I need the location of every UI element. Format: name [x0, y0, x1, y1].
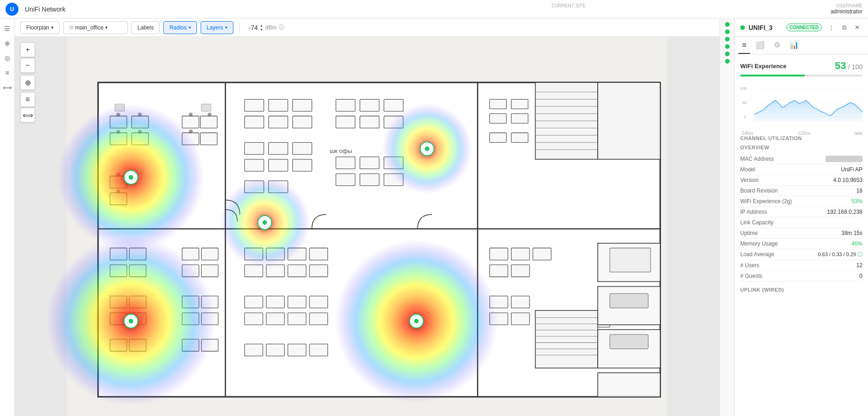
- svg-point-103: [116, 130, 120, 134]
- nav-icon-menu[interactable]: ☰: [1, 22, 14, 35]
- svg-rect-22: [293, 116, 312, 128]
- list-button[interactable]: ≡: [20, 92, 35, 107]
- main-layout: ☰ ⊕ ◎ ≡ ⟺ Floorplan ▾ ⊙ main_office ▾ La…: [0, 18, 868, 416]
- layers-button[interactable]: Layers ▾: [201, 21, 233, 34]
- svg-rect-96: [490, 313, 508, 325]
- svg-rect-25: [293, 142, 312, 154]
- close-button[interactable]: ✕: [851, 22, 862, 33]
- chart-label-12h: -12hrs: [797, 131, 810, 136]
- svg-rect-17: [244, 99, 264, 111]
- nav-icon-list[interactable]: ≡: [1, 66, 14, 79]
- rp-tabs: ≡ ⬜ ⚙ 📊: [735, 37, 868, 54]
- svg-rect-68: [202, 339, 218, 351]
- svg-rect-18: [268, 99, 288, 111]
- svg-text:шк офы: шк офы: [330, 147, 352, 154]
- ap-list-dot-1[interactable]: [725, 22, 730, 27]
- overview-label-ip: IP Address: [740, 209, 767, 215]
- svg-rect-83: [288, 313, 306, 325]
- ap-list-dot-4[interactable]: [725, 44, 730, 49]
- svg-rect-77: [244, 296, 263, 308]
- floorplan-dropdown[interactable]: Floorplan ▾: [20, 21, 59, 34]
- svg-rect-75: [288, 265, 306, 277]
- labels-button[interactable]: Labels: [131, 21, 160, 34]
- tab-signal[interactable]: ⬜: [752, 37, 768, 54]
- svg-rect-61: [182, 296, 199, 308]
- svg-rect-29: [244, 181, 264, 193]
- more-options-button[interactable]: ⋮: [826, 22, 837, 33]
- overview-row-board: Board Revision 18: [740, 186, 862, 196]
- rp-action-buttons: ⋮ ⧉ ✕: [826, 22, 862, 33]
- radios-button[interactable]: Radios ▾: [163, 21, 196, 34]
- overview-label-link: Link Capacity: [740, 219, 773, 226]
- overview-table: MAC Address Model UniFi AP Version 4.0.1…: [740, 154, 862, 281]
- copy-button[interactable]: ⧉: [838, 22, 850, 33]
- svg-rect-7: [110, 116, 127, 128]
- wifi-experience-max: / 100: [848, 63, 862, 70]
- svg-rect-72: [309, 248, 328, 260]
- ap-list-dot-3[interactable]: [725, 37, 730, 41]
- chevron-down-icon-3: ▾: [189, 25, 191, 30]
- svg-rect-62: [182, 313, 199, 325]
- overview-row-wifi-exp: WiFi Experience (2g) 53%: [740, 196, 862, 207]
- ap-list-dot-2[interactable]: [725, 29, 730, 34]
- ap-list-dot-6[interactable]: [725, 59, 730, 64]
- nav-icon-circle[interactable]: ◎: [1, 52, 14, 64]
- signal-stepper[interactable]: ▲ ▼: [260, 23, 263, 32]
- overview-row-model: Model UniFi AP: [740, 164, 862, 175]
- svg-rect-74: [266, 265, 285, 277]
- svg-rect-92: [490, 265, 508, 277]
- svg-rect-55: [129, 296, 146, 308]
- zoom-out-button[interactable]: −: [20, 58, 35, 73]
- chart-container: 100 50 0 -24hrs -12hrs new: [740, 82, 862, 128]
- ap-icon-1[interactable]: [124, 170, 138, 185]
- svg-rect-90: [511, 248, 530, 260]
- overview-row-users: # Users 12: [740, 260, 862, 271]
- chart-x-labels: -24hrs -12hrs new: [740, 131, 862, 136]
- overview-label-uptime: Uptime: [740, 230, 758, 236]
- svg-rect-34: [336, 116, 355, 128]
- svg-rect-53: [110, 296, 127, 308]
- svg-rect-64: [202, 313, 218, 325]
- svg-rect-139: [202, 104, 211, 111]
- toolbar-separator: [239, 23, 239, 32]
- svg-point-107: [208, 113, 211, 117]
- left-sidebar: ☰ ⊕ ◎ ≡ ⟺: [0, 18, 15, 416]
- overview-row-guests: # Guests 0: [740, 271, 862, 281]
- svg-rect-135: [610, 248, 651, 272]
- tab-list[interactable]: ≡: [738, 37, 750, 54]
- tab-settings[interactable]: ⚙: [770, 37, 784, 54]
- svg-rect-51: [129, 248, 146, 260]
- svg-rect-52: [129, 265, 146, 277]
- crosshair-button[interactable]: ⊕: [20, 75, 35, 90]
- svg-text:50: 50: [743, 101, 747, 105]
- ap-icon-5[interactable]: [420, 141, 434, 156]
- username-info: USERNAME administrator: [831, 3, 862, 15]
- svg-rect-43: [490, 99, 506, 109]
- svg-rect-84: [309, 313, 328, 325]
- overview-label-users: # Users: [740, 262, 759, 269]
- ap-list-dot-5[interactable]: [725, 52, 730, 56]
- svg-rect-57: [182, 248, 199, 260]
- svg-rect-66: [129, 339, 146, 351]
- svg-rect-136: [610, 293, 648, 308]
- ruler-button[interactable]: ⟺: [20, 108, 35, 123]
- info-icon[interactable]: ⓘ: [279, 23, 284, 31]
- map-area[interactable]: шк офы: [15, 37, 719, 416]
- overview-label-wifi-exp: WiFi Experience (2g): [740, 198, 792, 205]
- svg-point-110: [116, 189, 120, 193]
- location-dropdown[interactable]: ⊙ main_office ▾: [63, 21, 128, 34]
- zoom-in-button[interactable]: +: [20, 42, 35, 57]
- svg-rect-58: [182, 265, 199, 277]
- svg-point-104: [138, 113, 142, 117]
- overview-label-mac: MAC Address: [740, 156, 774, 162]
- ap-icon-4[interactable]: [257, 215, 272, 230]
- svg-rect-67: [182, 339, 199, 351]
- svg-rect-19: [293, 99, 312, 111]
- ap-icon-2[interactable]: [124, 314, 138, 328]
- nav-icon-ruler[interactable]: ⟺: [1, 81, 14, 94]
- wifi-experience-header: WiFi Experience 53 / 100: [740, 60, 862, 72]
- ap-icon-3[interactable]: [409, 314, 424, 328]
- svg-rect-123: [535, 311, 598, 368]
- nav-icon-plus[interactable]: ⊕: [1, 37, 14, 50]
- tab-chart[interactable]: 📊: [786, 37, 803, 54]
